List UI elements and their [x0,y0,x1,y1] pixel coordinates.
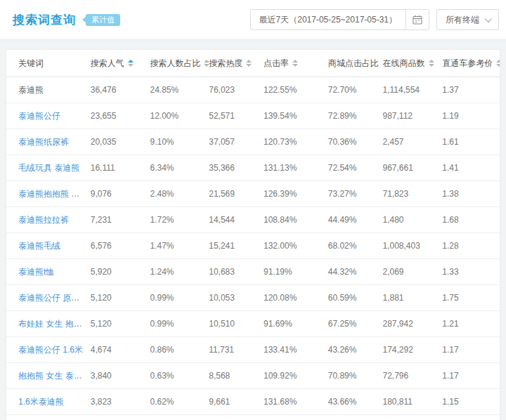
cell: 12.00% [150,111,209,121]
keyword-cell: 泰迪熊 [18,84,91,96]
column-header-label: 搜索人气 [91,58,124,70]
table-row: 泰迪熊公仔23,65512.00%52,571139.54%72.89%987,… [6,103,500,129]
cell: 52,571 [209,111,264,121]
cumulative-badge: 累计值 [86,14,120,26]
table-row: 1.6米泰迪熊3,8230.62%9,661131.68%43.66%180,8… [6,389,500,415]
table-row: 泰迪熊公仔 1.6米4,6740.86%11,731133.41%43.26%1… [6,337,500,363]
keyword-link[interactable]: 1.6米泰迪熊 [18,397,64,407]
keyword-link[interactable]: 毛绒玩具 泰迪熊 [18,163,79,173]
table-row: 抱抱熊 女生 泰迪熊 送...3,8400.63%8,568109.92%70.… [6,363,500,389]
keyword-cell: 泰迪熊纸尿裤 [18,136,91,148]
column-header-label: 关键词 [18,58,44,70]
keyword-link[interactable]: 泰迪熊拉拉裤 [18,215,69,225]
cell: 70.36% [328,137,383,147]
sort-icon [246,60,252,67]
cell: 60.59% [328,293,383,303]
calendar-button[interactable] [406,9,429,30]
column-header[interactable]: 点击率 [264,58,328,70]
column-header[interactable]: 搜索人数占比 [150,58,209,70]
keyword-link[interactable]: 泰迪熊抱抱熊 女生 送... [18,189,91,199]
cell: 0.99% [150,293,209,303]
cell: 6,576 [91,241,150,251]
keyword-cell: 泰迪熊t恤 [18,266,91,278]
cell: 24.85% [150,85,209,95]
cell: 72.70% [328,85,383,95]
cell: 967,661 [383,163,443,173]
keyword-link[interactable]: 抱抱熊 女生 泰迪熊 送... [18,371,91,381]
sort-icon [429,60,434,67]
keyword-link[interactable]: 泰迪熊纸尿裤 [18,137,69,147]
table-header-row: 关键词搜索人气搜索人数占比搜索热度点击率商城点击占比在线商品数直通车参考价 [6,50,500,77]
cell: 987,112 [383,111,443,121]
cell: 1.17 [442,345,500,355]
cell: 1.47% [150,241,209,251]
keyword-link[interactable]: 泰迪熊t恤 [18,267,54,277]
keyword-cell: 1.6米泰迪熊 [18,396,91,408]
column-header[interactable]: 商城点击占比 [328,58,383,70]
topbar-controls: 最近7天（2017-05-25~2017-05-31） 所有终端 [250,9,499,30]
cell: 9,076 [91,189,150,199]
cell: 180,811 [383,397,443,407]
cell: 109.92% [264,371,328,381]
column-header[interactable]: 搜索人气 [91,58,150,70]
cell: 68.02% [328,241,383,251]
cell: 11,731 [209,345,264,355]
keyword-cell: 泰迪熊公仔 [18,110,91,122]
cell: 1.41 [442,163,500,173]
cell: 72,796 [383,371,443,381]
cell: 287,942 [383,319,443,329]
cell: 71,823 [383,189,443,199]
terminal-filter-label: 所有终端 [446,14,479,26]
cell: 1.38 [442,189,500,199]
cell: 73.27% [328,189,383,199]
title-wrap: 搜索词查询 累计值 [13,12,120,28]
cell: 16,111 [91,163,150,173]
sort-icon [292,60,298,67]
cell: 43.66% [328,397,383,407]
cell: 5,920 [91,267,150,277]
column-header[interactable]: 在线商品数 [383,58,443,70]
cell: 2.48% [150,189,209,199]
keyword-cell: 泰迪熊毛绒 [18,240,91,252]
chevron-down-icon [485,15,492,22]
table-row: 泰迪熊抱抱熊 女生 送...9,0762.48%21,569126.39%73.… [6,181,500,207]
keyword-link[interactable]: 泰迪熊公仔 [18,111,60,121]
cell: 44.49% [328,215,383,225]
cell: 1.28 [442,241,500,251]
date-range-group: 最近7天（2017-05-25~2017-05-31） [250,9,429,30]
keyword-link[interactable]: 泰迪熊公仔 原装正版 [18,293,91,303]
terminal-filter-dropdown[interactable]: 所有终端 [436,9,499,30]
date-range-button[interactable]: 最近7天（2017-05-25~2017-05-31） [250,9,406,30]
cell: 139.54% [264,111,328,121]
cell: 8,568 [209,371,264,381]
keyword-cell: 布娃娃 女生 抱抱熊 泰... [18,318,91,330]
cell: 133.41% [264,345,328,355]
cell: 1,881 [383,293,443,303]
keyword-cell: 泰迪熊抱抱熊 女生 送... [18,188,91,200]
cell: 1.37 [442,85,500,95]
keyword-cell: 抱抱熊 女生 泰迪熊 送... [18,370,91,382]
cell: 37,057 [209,137,264,147]
cell: 1.21 [442,319,500,329]
keyword-link[interactable]: 泰迪熊公仔 1.6米 [18,345,83,355]
cell: 10,683 [209,267,264,277]
column-header-label: 在线商品数 [383,58,425,70]
cell: 0.63% [150,371,209,381]
keyword-text: 泰迪熊 [18,85,44,95]
cell: 120.08% [264,293,328,303]
cell: 0.86% [150,345,209,355]
keyword-link[interactable]: 布娃娃 女生 抱抱熊 泰... [18,319,91,329]
cell: 131.68% [264,397,328,407]
cell: 15,241 [209,241,264,251]
cell: 21,569 [209,189,264,199]
column-header[interactable]: 直通车参考价 [442,58,500,70]
column-header[interactable]: 搜索热度 [209,58,264,70]
table-row: 泰迪熊t恤5,9201.24%10,68391.19%44.32%2,0691.… [6,259,500,285]
cell: 5,120 [91,293,150,303]
keyword-cell: 泰迪熊拉拉裤 [18,214,91,226]
cell: 1.75 [442,293,500,303]
column-header-label: 搜索人数占比 [150,58,200,70]
keyword-link[interactable]: 泰迪熊毛绒 [18,241,60,251]
cell: 1.72% [150,215,209,225]
sort-icon [204,60,209,67]
